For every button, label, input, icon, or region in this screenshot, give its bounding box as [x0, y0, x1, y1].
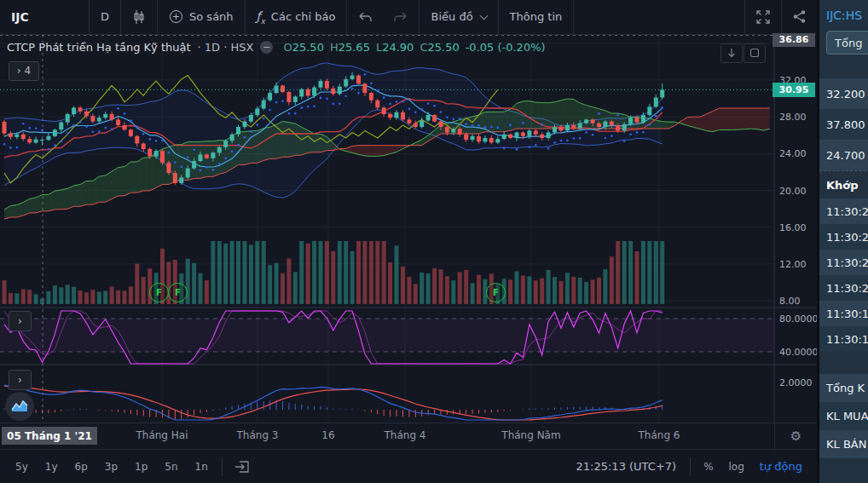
pane3-collapse-button[interactable]: ›: [9, 370, 32, 390]
compare-label: So sánh: [189, 10, 234, 23]
pane2-collapse-button[interactable]: ›: [9, 311, 32, 331]
share-button[interactable]: [782, 0, 817, 34]
matched-order-rows: 11:30:211:30:211:30:211:30:211:30:111:30…: [819, 198, 868, 352]
total-row: KL BÁN: [819, 430, 868, 458]
price-row: 32.200: [819, 78, 868, 109]
percent-scale-button[interactable]: %: [696, 457, 720, 476]
time-label: Tháng Năm: [501, 429, 560, 441]
indicators-label: Các chỉ báo: [271, 10, 336, 23]
symbol-button[interactable]: IJC: [0, 0, 89, 34]
chart-wave-logo-icon: [10, 397, 29, 416]
maximize-pane-button[interactable]: [744, 43, 766, 63]
bottom-right-group: 21:25:13 (UTC+7) % log tự động: [568, 457, 810, 476]
range-button-1y[interactable]: 1y: [37, 457, 67, 476]
range-button-1n[interactable]: 1n: [187, 457, 217, 476]
open-value: 25.50: [292, 41, 324, 54]
low-value: 24.90: [382, 41, 414, 54]
time-label: Tháng 6: [639, 429, 680, 441]
overview-button[interactable]: Tổng: [826, 31, 868, 55]
move-pane-down-button[interactable]: [720, 43, 743, 63]
maximize-icon: [749, 48, 760, 58]
hide-series-icon[interactable]: −: [260, 41, 273, 54]
interval-button[interactable]: D: [90, 0, 120, 34]
candlestick-icon: [131, 9, 147, 25]
totals-rows: Tổng KKL MUAKL BÁN: [819, 374, 868, 458]
crosshair-price-badge: 36.86: [773, 33, 815, 47]
matched-orders-header: Khớp: [819, 170, 868, 198]
range-button-3p[interactable]: 3p: [96, 457, 126, 476]
open-label: O: [283, 41, 292, 54]
chart-style-button[interactable]: [121, 0, 157, 34]
compare-button[interactable]: So sánh: [158, 0, 245, 34]
svg-text:20.00: 20.00: [779, 185, 807, 196]
instrument-meta: · 1D · HSX: [198, 41, 254, 54]
spacer: [819, 58, 868, 78]
total-row: Tổng K: [819, 374, 868, 402]
event-flag[interactable]: F: [486, 283, 506, 302]
indicators-button[interactable]: ƒx Các chỉ báo: [246, 0, 347, 34]
chart-canvas[interactable]: 36.0032.0028.0024.0020.0016.0012.008.008…: [0, 35, 817, 424]
redo-icon: [393, 10, 408, 24]
clock[interactable]: 21:25:13 (UTC+7): [568, 460, 686, 473]
svg-text:16.00: 16.00: [779, 222, 807, 233]
range-button-5y[interactable]: 5y: [7, 457, 37, 476]
chevron-right-icon: ›: [18, 374, 22, 386]
goto-date-button[interactable]: [228, 460, 258, 474]
indicator-count: 4: [25, 65, 32, 77]
matched-order-row: 11:30:2: [819, 198, 868, 224]
event-flag[interactable]: F: [168, 283, 188, 302]
range-button-5n[interactable]: 5n: [156, 457, 186, 476]
change-value: -0.05 (-0.20%): [466, 41, 546, 54]
matched-order-row: 11:30:2: [819, 275, 868, 301]
time-label: Tháng Hai: [136, 429, 188, 441]
top-toolbar: IJC D So sánh ƒx Các chỉ báo: [0, 0, 817, 35]
chart-menu-label: Biểu đồ: [431, 10, 472, 23]
divider: [690, 457, 691, 476]
high-label: H: [330, 41, 339, 54]
matched-order-row: 11:30:2: [819, 250, 868, 275]
divider: [222, 457, 223, 476]
info-button[interactable]: Thông tin: [499, 0, 574, 34]
time-axis[interactable]: 05 Tháng 1 '21 Tháng HaiTháng 316Tháng 4…: [0, 423, 817, 449]
close-value: 25.50: [427, 41, 459, 54]
log-scale-button[interactable]: log: [721, 457, 752, 476]
undo-button[interactable]: [347, 0, 383, 34]
time-label: Tháng 4: [385, 429, 426, 441]
chevron-down-icon: [479, 11, 488, 20]
chart-area[interactable]: 36.0032.0028.0024.0020.0016.0012.008.008…: [0, 35, 817, 423]
redo-button[interactable]: [383, 0, 419, 34]
svg-text:80.0000: 80.0000: [779, 313, 817, 325]
svg-text:12.00: 12.00: [779, 259, 807, 270]
trading-app: IJC D So sánh ƒx Các chỉ báo: [0, 0, 868, 483]
goto-date-icon: [234, 460, 251, 474]
time-label: 16: [321, 429, 334, 441]
svg-text:40.0000: 40.0000: [779, 347, 817, 358]
platform-logo[interactable]: [5, 392, 34, 421]
auto-scale-button[interactable]: tự động: [752, 457, 810, 476]
range-button-6p[interactable]: 6p: [67, 457, 96, 476]
chart-column: IJC D So sánh ƒx Các chỉ báo: [0, 0, 817, 483]
total-row: KL MUA: [819, 402, 868, 430]
arrow-down-icon: [726, 48, 737, 58]
axis-settings-button[interactable]: ⚙: [774, 423, 817, 449]
share-icon: [792, 9, 807, 24]
high-value: 25.65: [339, 41, 370, 54]
undo-icon: [357, 10, 373, 24]
svg-text:2.0000: 2.0000: [779, 377, 813, 388]
fullscreen-button[interactable]: [745, 0, 781, 34]
svg-text:8.00: 8.00: [779, 296, 801, 307]
range-button-1p[interactable]: 1p: [126, 457, 156, 476]
svg-text:28.00: 28.00: [779, 112, 807, 123]
last-price-badge: 30.95: [773, 83, 815, 97]
price-row: 37.800: [819, 109, 868, 140]
spacer: [819, 352, 868, 374]
chart-legend: CTCP Phát triển Hạ tầng Kỹ thuật · 1D · …: [7, 41, 546, 54]
sidebar-symbol-link[interactable]: IJC:HS: [819, 0, 868, 26]
instrument-title: CTCP Phát triển Hạ tầng Kỹ thuật: [7, 41, 191, 54]
price-row: 24.700: [819, 140, 868, 170]
matched-order-row: 11:30:2: [819, 224, 868, 250]
chart-menu-button[interactable]: Biểu đồ: [420, 0, 497, 34]
chevron-right-icon: ›: [18, 315, 22, 327]
event-flag[interactable]: F: [149, 283, 169, 302]
indicators-collapse-button[interactable]: › 4: [9, 61, 39, 81]
